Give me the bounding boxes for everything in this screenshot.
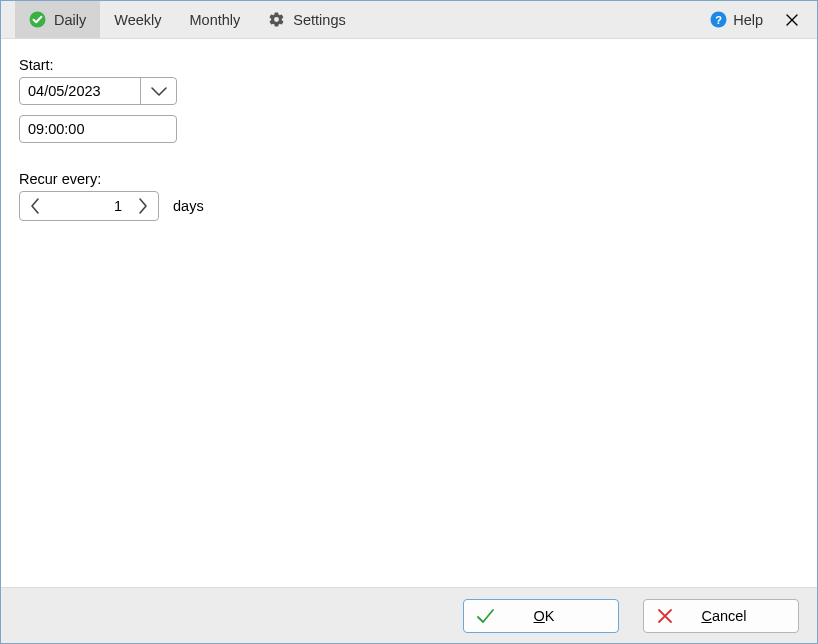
start-time-field[interactable]: 09:00:00 xyxy=(19,115,177,143)
tab-settings[interactable]: Settings xyxy=(254,1,359,38)
start-label: Start: xyxy=(19,57,805,73)
tabbar-spacer xyxy=(360,1,698,38)
ok-label: OK xyxy=(506,608,618,624)
x-icon xyxy=(644,606,686,626)
tab-daily[interactable]: Daily xyxy=(15,1,100,38)
tab-label: Monthly xyxy=(190,12,241,28)
content-area: Start: 04/05/2023 09:00:00 Recur every: xyxy=(1,39,817,587)
help-button[interactable]: ? Help xyxy=(698,1,775,38)
cancel-button[interactable]: Cancel xyxy=(643,599,799,633)
date-dropdown-button[interactable] xyxy=(140,78,176,104)
tab-label: Settings xyxy=(293,12,345,28)
close-icon xyxy=(785,13,799,27)
spinner-decrement[interactable] xyxy=(20,192,50,220)
start-date-field[interactable]: 04/05/2023 xyxy=(19,77,177,105)
ok-button[interactable]: OK xyxy=(463,599,619,633)
spinner-value: 1 xyxy=(50,192,128,220)
chevron-right-icon xyxy=(137,197,149,215)
start-time-value: 09:00:00 xyxy=(28,121,84,137)
chevron-down-icon xyxy=(150,85,168,97)
start-date-value: 04/05/2023 xyxy=(20,83,140,99)
gear-icon xyxy=(268,11,285,28)
chevron-left-icon xyxy=(29,197,41,215)
tab-weekly[interactable]: Weekly xyxy=(100,1,175,38)
checkmark-icon xyxy=(464,605,506,627)
svg-text:?: ? xyxy=(715,14,722,26)
recur-unit: days xyxy=(173,198,204,214)
help-label: Help xyxy=(733,12,763,28)
cancel-label: Cancel xyxy=(686,608,798,624)
recur-label: Recur every: xyxy=(19,171,805,187)
tab-label: Weekly xyxy=(114,12,161,28)
tab-label: Daily xyxy=(54,12,86,28)
spinner-increment[interactable] xyxy=(128,192,158,220)
recur-spinner[interactable]: 1 xyxy=(19,191,159,221)
dialog-window: Daily Weekly Monthly Settings ? H xyxy=(0,0,818,644)
footer-bar: OK Cancel xyxy=(1,587,817,643)
close-button[interactable] xyxy=(775,1,817,38)
help-icon: ? xyxy=(710,11,727,28)
tab-monthly[interactable]: Monthly xyxy=(176,1,255,38)
tab-bar: Daily Weekly Monthly Settings ? H xyxy=(1,1,817,39)
check-circle-icon xyxy=(29,11,46,28)
